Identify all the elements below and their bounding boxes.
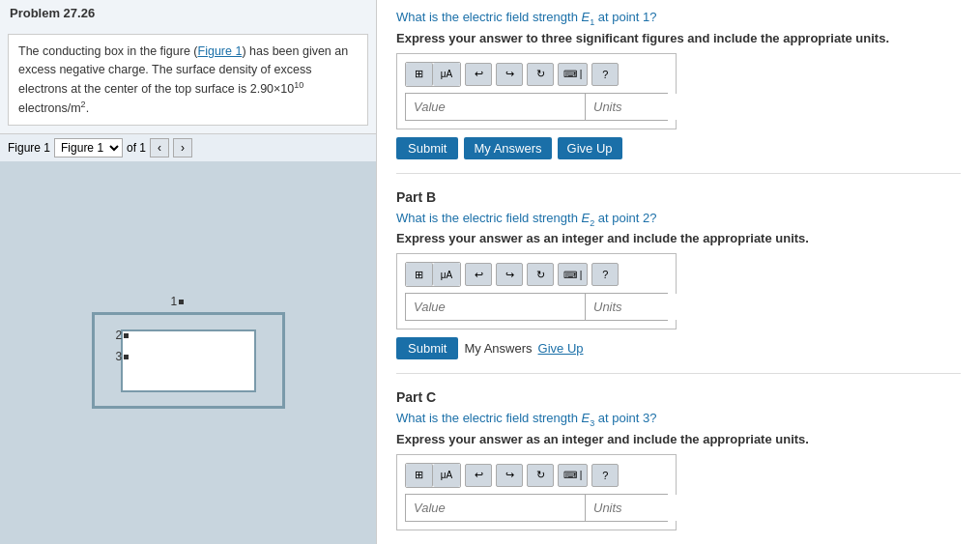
problem-text-box: The conducting box in the figure (Figure… (8, 34, 368, 126)
part-b-btn-row: Submit My Answers Give Up (396, 337, 961, 359)
part-a-keyboard-btn[interactable]: ⌨ | (558, 63, 588, 86)
part-a-help-btn[interactable]: ? (591, 63, 619, 86)
part-a-my-answers-button[interactable]: My Answers (464, 137, 551, 159)
part-b-toolbar: ⊞ μA ↩ ↪ ↻ ⌨ | ? (405, 262, 668, 287)
part-c-answer-box: ⊞ μA ↩ ↪ ↻ ⌨ | ? (396, 454, 677, 530)
part-a-refresh-btn[interactable]: ↻ (527, 63, 554, 86)
point-1-label: 1 (171, 295, 185, 308)
part-b-submit-button[interactable]: Submit (396, 337, 458, 359)
part-c-redo-btn[interactable]: ↪ (496, 464, 523, 487)
part-a-section: What is the electric field strength E1 a… (396, 10, 961, 174)
part-c-grid-btn[interactable]: ⊞ (406, 464, 433, 487)
part-b-answer-box: ⊞ μA ↩ ↪ ↻ ⌨ | ? (396, 253, 677, 329)
part-b-value-units-row (405, 293, 668, 321)
part-a-question: What is the electric field strength E1 a… (396, 10, 961, 27)
part-c-keyboard-btn[interactable]: ⌨ | (558, 464, 588, 487)
part-c-label: Part C (396, 389, 961, 405)
figure-prev-button[interactable]: ‹ (150, 138, 169, 157)
part-a-instruction: Express your answer to three significant… (396, 31, 961, 45)
part-b-refresh-btn[interactable]: ↻ (527, 263, 554, 286)
part-a-grid-btn[interactable]: ⊞ (406, 63, 433, 86)
figure-controls: Figure 1 Figure 1 of 1 ‹ › (0, 133, 376, 161)
part-a-btn-row: Submit My Answers Give Up (396, 137, 961, 159)
part-c-help-btn[interactable]: ? (591, 464, 619, 487)
part-b-undo-btn[interactable]: ↩ (465, 263, 492, 286)
left-panel: Problem 27.26 The conducting box in the … (0, 0, 377, 544)
part-b-redo-btn[interactable]: ↪ (496, 263, 523, 286)
part-a-answer-box: ⊞ μA ↩ ↪ ↻ ⌨ | ? (396, 53, 677, 129)
part-b-grid-btn[interactable]: ⊞ (406, 263, 433, 286)
point-2-label: 2 (116, 329, 130, 342)
part-b-value-input[interactable] (406, 294, 586, 320)
part-b-help-btn[interactable]: ? (591, 263, 619, 286)
problem-title: Problem 27.26 (0, 0, 376, 26)
part-c-value-units-row (405, 494, 668, 522)
part-a-undo-btn[interactable]: ↩ (465, 63, 492, 86)
figure-inner-box (121, 329, 256, 392)
part-c-refresh-btn[interactable]: ↻ (527, 464, 554, 487)
figure-link[interactable]: Figure 1 (198, 44, 243, 58)
part-a-icon-group: ⊞ μA (405, 62, 461, 87)
figure-select[interactable]: Figure 1 (54, 138, 123, 157)
part-b-question: What is the electric field strength E2 a… (396, 211, 961, 228)
part-b-section: Part B What is the electric field streng… (396, 189, 961, 375)
part-c-value-input[interactable] (406, 495, 586, 521)
figure-next-button[interactable]: › (173, 138, 192, 157)
part-a-give-up-button[interactable]: Give Up (558, 137, 622, 159)
part-c-question: What is the electric field strength E3 a… (396, 411, 961, 428)
part-a-value-input[interactable] (406, 94, 586, 120)
figure-label: Figure 1 (8, 141, 50, 155)
part-b-my-answers-link[interactable]: My Answers (464, 341, 532, 356)
part-c-icon-group: ⊞ μA (405, 463, 461, 488)
point-3-label: 3 (116, 350, 130, 363)
part-a-toolbar: ⊞ μA ↩ ↪ ↻ ⌨ | ? (405, 62, 668, 87)
figure-area: 1 2 3 (0, 161, 376, 544)
part-a-value-units-row (405, 93, 668, 121)
figure-of-label: of 1 (127, 141, 146, 155)
part-c-units-input[interactable] (586, 495, 764, 521)
part-c-instruction: Express your answer as an integer and in… (396, 432, 961, 446)
part-b-keyboard-btn[interactable]: ⌨ | (558, 263, 588, 286)
part-c-undo-btn[interactable]: ↩ (465, 464, 492, 487)
part-a-mu-btn[interactable]: μA (433, 63, 460, 86)
part-a-submit-button[interactable]: Submit (396, 137, 458, 159)
part-c-section: Part C What is the electric field streng… (396, 389, 961, 544)
part-b-label: Part B (396, 189, 961, 205)
right-panel: What is the electric field strength E1 a… (377, 0, 980, 544)
part-c-toolbar: ⊞ μA ↩ ↪ ↻ ⌨ | ? (405, 463, 668, 488)
part-b-instruction: Express your answer as an integer and in… (396, 231, 961, 245)
problem-description: The conducting box in the figure (Figure… (18, 44, 348, 115)
part-c-mu-btn[interactable]: μA (433, 464, 460, 487)
part-b-give-up-link[interactable]: Give Up (538, 341, 584, 356)
part-b-icon-group: ⊞ μA (405, 262, 461, 287)
part-a-redo-btn[interactable]: ↪ (496, 63, 523, 86)
part-b-mu-btn[interactable]: μA (433, 263, 460, 286)
part-a-units-input[interactable] (586, 94, 764, 120)
part-b-units-input[interactable] (586, 294, 764, 320)
